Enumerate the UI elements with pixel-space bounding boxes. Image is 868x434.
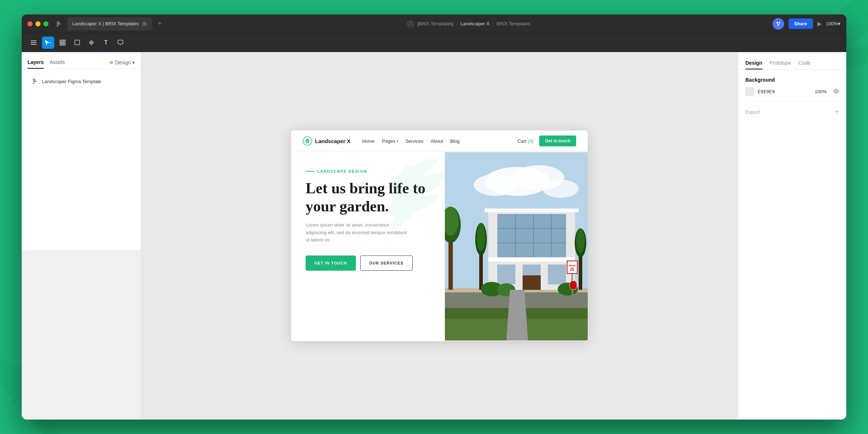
- canvas-area[interactable]: Landscaper X Home Pages ▾ Services About…: [141, 52, 738, 420]
- close-button[interactable]: [27, 21, 33, 26]
- tab-code[interactable]: Code: [799, 57, 810, 69]
- svg-point-21: [110, 61, 113, 64]
- select-tool-button[interactable]: [42, 36, 54, 49]
- background-section-label: Background: [745, 77, 839, 83]
- svg-rect-17: [60, 40, 65, 42]
- hero-section: LANDSCAPE DESIGN Let us bring life to yo…: [291, 152, 588, 341]
- svg-point-60: [576, 229, 585, 253]
- zoom-level[interactable]: 100%▾: [826, 21, 841, 26]
- figma-logo-icon: [54, 20, 63, 28]
- fullscreen-button[interactable]: [43, 21, 48, 26]
- svg-rect-18: [60, 43, 65, 45]
- svg-point-34: [542, 180, 579, 198]
- frame-tool-button[interactable]: [56, 36, 69, 49]
- nav-cta-button[interactable]: Get in touch: [539, 136, 576, 146]
- left-panel: Layers Assets Design ▾: [22, 52, 141, 420]
- nav-about[interactable]: About: [431, 138, 443, 144]
- color-hex-value[interactable]: E9E9E9: [758, 89, 811, 94]
- svg-rect-50: [497, 265, 515, 284]
- rectangle-icon: [75, 40, 80, 45]
- titlebar: Landscaper X | BRIX Templates × + [BRIX …: [22, 14, 846, 33]
- opacity-value[interactable]: 100%: [815, 89, 827, 94]
- design-icon: [109, 60, 114, 65]
- export-add-button[interactable]: +: [835, 108, 839, 116]
- breadcrumb-page: BRIX Templates: [497, 21, 530, 26]
- rectangle-tool-button[interactable]: [71, 36, 83, 49]
- active-tab[interactable]: Landscaper X | BRIX Templates ×: [67, 17, 152, 30]
- tab-label: Landscaper X | BRIX Templates: [72, 21, 139, 26]
- nav-blog[interactable]: Blog: [450, 138, 460, 144]
- new-tab-button[interactable]: +: [155, 19, 165, 29]
- nav-right: Cart (3) Get in touch: [518, 136, 576, 146]
- pen-icon: [89, 40, 94, 45]
- layers-content: Landscaper Figma Template: [22, 69, 141, 250]
- main-area: Layers Assets Design ▾: [22, 52, 846, 420]
- design-chevron-icon: ▾: [132, 60, 135, 65]
- breadcrumb-workspace: [BRIX Templates]: [417, 21, 453, 26]
- svg-rect-19: [75, 40, 80, 45]
- hero-image: SPEED 25: [445, 152, 588, 341]
- tab-prototype[interactable]: Prototype: [770, 57, 791, 69]
- svg-rect-53: [523, 275, 541, 290]
- frame-icon: [60, 40, 65, 46]
- hero-left: LANDSCAPE DESIGN Let us bring life to yo…: [291, 152, 445, 341]
- svg-rect-12: [31, 40, 37, 41]
- right-panel-content: Background E9E9E9 100% Export +: [738, 70, 846, 123]
- minimize-button[interactable]: [35, 21, 41, 26]
- get-in-touch-button[interactable]: GET IN TOUCH: [306, 255, 356, 271]
- play-icon[interactable]: ▶: [817, 20, 822, 27]
- svg-point-57: [477, 224, 485, 251]
- cart-link[interactable]: Cart (3): [518, 138, 533, 144]
- tab-layers[interactable]: Layers: [27, 56, 44, 69]
- logo-icon: [303, 136, 312, 146]
- profile-icon: [407, 20, 414, 27]
- svg-rect-43: [497, 214, 566, 257]
- nav-home[interactable]: Home: [362, 138, 375, 144]
- logo-text: Landscaper X: [315, 138, 350, 144]
- share-button[interactable]: Share: [788, 18, 813, 29]
- svg-rect-52: [548, 265, 566, 284]
- layer-item[interactable]: Landscaper Figma Template: [27, 75, 135, 88]
- right-panel-tabs: Design Prototype Code: [738, 52, 846, 70]
- visibility-icon[interactable]: [833, 89, 839, 94]
- nav-services[interactable]: Services: [405, 138, 424, 144]
- svg-text:SPEED: SPEED: [569, 265, 576, 267]
- titlebar-right: Share ▶ 100%▾: [773, 18, 841, 30]
- cart-count: (3): [528, 138, 533, 144]
- color-swatch[interactable]: [745, 87, 754, 96]
- house-scene-svg: SPEED 25: [445, 152, 588, 341]
- comment-icon: [118, 40, 123, 45]
- svg-point-10: [778, 22, 780, 23]
- text-tool-button[interactable]: T: [100, 36, 112, 49]
- menu-button[interactable]: [27, 36, 40, 49]
- svg-point-11: [777, 24, 779, 26]
- our-services-button[interactable]: OUR SERVICES: [360, 255, 413, 271]
- svg-rect-13: [31, 42, 37, 43]
- breadcrumb: [BRIX Templates] / Landscaper X | BRIX T…: [165, 20, 773, 27]
- breadcrumb-file: Landscaper X: [460, 21, 489, 26]
- right-panel: Design Prototype Code Background E9E9E9 …: [738, 52, 846, 420]
- main-window: Landscaper X | BRIX Templates × + [BRIX …: [22, 14, 846, 420]
- svg-rect-49: [488, 257, 575, 262]
- tag-line-decoration: [306, 171, 314, 172]
- tab-assets[interactable]: Assets: [50, 56, 65, 69]
- nav-links: Home Pages ▾ Services About Blog: [362, 138, 518, 144]
- design-dropdown[interactable]: Design ▾: [109, 56, 135, 69]
- tab-design[interactable]: Design: [745, 57, 762, 69]
- site-logo: Landscaper X: [303, 136, 350, 146]
- svg-point-8: [410, 22, 412, 24]
- svg-rect-14: [31, 44, 37, 45]
- hero-buttons: GET IN TOUCH OUR SERVICES: [306, 255, 430, 271]
- comment-tool-button[interactable]: [114, 36, 127, 49]
- svg-marker-68: [570, 281, 577, 289]
- pen-tool-button[interactable]: [85, 36, 98, 49]
- svg-point-73: [835, 90, 837, 92]
- text-icon: T: [104, 39, 108, 46]
- leaf-decoration: [373, 159, 445, 231]
- svg-rect-69: [572, 289, 573, 297]
- layer-name: Landscaper Figma Template: [42, 79, 101, 84]
- export-label: Export: [745, 109, 760, 115]
- menu-icon: [31, 40, 37, 45]
- nav-pages[interactable]: Pages ▾: [382, 138, 398, 144]
- tab-close-button[interactable]: ×: [142, 21, 147, 26]
